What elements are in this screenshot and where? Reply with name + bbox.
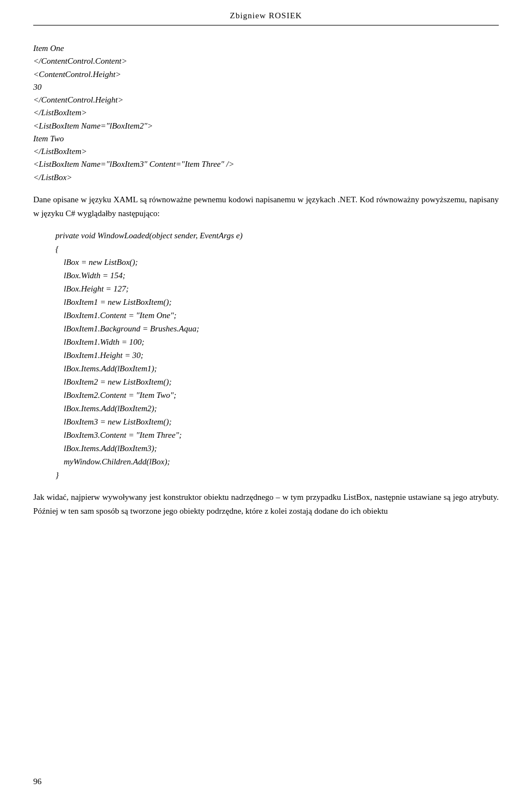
- code-line: </ListBox>: [33, 171, 499, 184]
- code-line: 30: [33, 81, 499, 94]
- header-title: Zbigniew ROSIEK: [230, 11, 302, 20]
- page-number: 96: [33, 777, 42, 786]
- csharp-code-line: lBox.Width = 154;: [55, 269, 499, 282]
- csharp-code-line: lBox = new ListBox();: [55, 255, 499, 269]
- opening-code-block: Item One</ContentControl.Content><Conten…: [33, 42, 499, 184]
- code-line: Item Two: [33, 132, 499, 145]
- csharp-code-line: lBoxItem1.Background = Brushes.Aqua;: [55, 322, 499, 335]
- code-line: </ListBoxItem>: [33, 145, 499, 158]
- csharp-code-line: lBoxItem1.Width = 100;: [55, 335, 499, 349]
- code-line: <ListBoxItem Name="lBoxItem3" Content="I…: [33, 158, 499, 171]
- code-line: </ListBoxItem>: [33, 106, 499, 119]
- code-line: Item One: [33, 42, 499, 55]
- main-content: Item One</ContentControl.Content><Conten…: [33, 42, 499, 518]
- code-line: </ContentControl.Height>: [33, 94, 499, 106]
- code-line: <ListBoxItem Name="lBoxItem2">: [33, 120, 499, 132]
- csharp-code-line: lBoxItem1.Height = 30;: [55, 349, 499, 362]
- code-line: <ContentControl.Height>: [33, 68, 499, 81]
- csharp-code-line: lBoxItem1 = new ListBoxItem();: [55, 295, 499, 309]
- csharp-code-line: {: [55, 242, 499, 255]
- code-line: </ContentControl.Content>: [33, 55, 499, 68]
- csharp-code-line: lBoxItem2 = new ListBoxItem();: [55, 375, 499, 388]
- csharp-code-line: myWindow.Children.Add(lBox);: [55, 455, 499, 468]
- csharp-code-line: lBox.Items.Add(lBoxItem2);: [55, 402, 499, 415]
- csharp-code-line: lBoxItem3.Content = "Item Three";: [55, 428, 499, 442]
- csharp-code-line: lBox.Items.Add(lBoxItem3);: [55, 442, 499, 455]
- prose-paragraph-1: Dane opisane w języku XAML są równoważne…: [33, 193, 499, 221]
- csharp-code-line: lBox.Items.Add(lBoxItem1);: [55, 362, 499, 375]
- csharp-code-line: lBox.Height = 127;: [55, 282, 499, 295]
- csharp-code-line: lBoxItem1.Content = "Item One";: [55, 309, 499, 322]
- page-header: Zbigniew ROSIEK: [33, 11, 499, 25]
- csharp-code-block: private void WindowLoaded(object sender,…: [55, 229, 499, 482]
- prose-paragraph-2: Jak widać, najpierw wywoływany jest kons…: [33, 490, 499, 518]
- csharp-code-line: private void WindowLoaded(object sender,…: [55, 229, 499, 242]
- csharp-code-line: lBoxItem2.Content = "Item Two";: [55, 388, 499, 402]
- page-container: Zbigniew ROSIEK Item One</ContentControl…: [0, 0, 532, 803]
- csharp-code-line: }: [55, 468, 499, 482]
- csharp-code-line: lBoxItem3 = new ListBoxItem();: [55, 415, 499, 428]
